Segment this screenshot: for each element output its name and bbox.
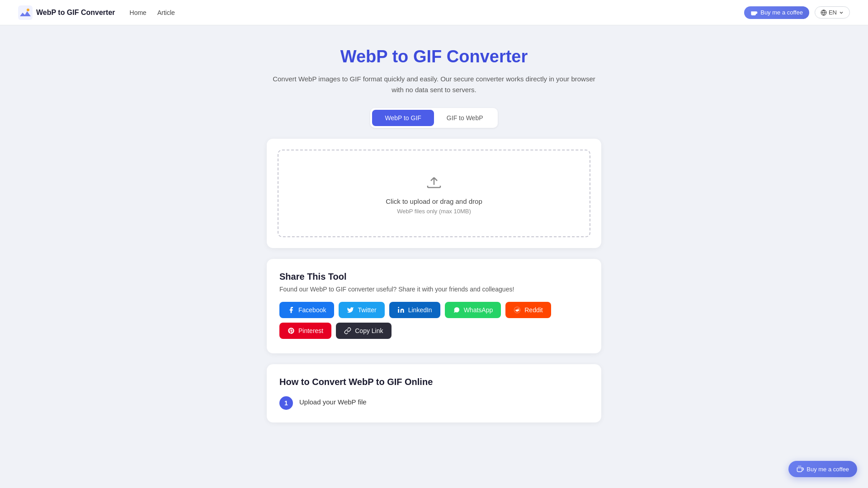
logo-text: WebP to GIF Converter <box>36 9 115 17</box>
svg-rect-4 <box>398 309 399 313</box>
hero-title: WebP to GIF Converter <box>267 47 601 66</box>
whatsapp-label: WhatsApp <box>464 306 493 314</box>
share-whatsapp-button[interactable]: WhatsApp <box>445 302 501 318</box>
buy-coffee-button[interactable]: Buy me a coffee <box>744 6 809 19</box>
step-1-number: 1 <box>279 396 293 410</box>
twitter-icon <box>347 306 354 314</box>
share-linkedin-button[interactable]: LinkedIn <box>389 302 440 318</box>
copy-link-icon <box>344 327 351 334</box>
share-card: Share This Tool Found our WebP to GIF co… <box>267 259 601 353</box>
nav-link-article[interactable]: Article <box>157 9 175 16</box>
share-facebook-button[interactable]: Facebook <box>279 302 334 318</box>
upload-dropzone[interactable]: Click to upload or drag and drop WebP fi… <box>278 150 590 237</box>
globe-icon <box>821 9 827 16</box>
nav-links: Home Article <box>130 9 175 16</box>
navbar: WebP to GIF Converter Home Article Buy m… <box>0 0 868 25</box>
howto-step-1: 1 Upload your WebP file <box>279 396 589 410</box>
facebook-icon <box>288 306 295 314</box>
navbar-right: Buy me a coffee EN <box>744 6 850 19</box>
nav-link-home[interactable]: Home <box>130 9 146 16</box>
svg-rect-0 <box>18 5 33 20</box>
logo-icon <box>18 5 33 20</box>
howto-card: How to Convert WebP to GIF Online 1 Uplo… <box>267 364 601 422</box>
pinterest-label: Pinterest <box>298 327 323 334</box>
lang-label: EN <box>829 9 837 16</box>
upload-icon <box>425 172 443 190</box>
step-1-text: Upload your WebP file <box>299 396 367 406</box>
language-button[interactable]: EN <box>815 6 850 19</box>
share-description: Found our WebP to GIF converter useful? … <box>279 286 589 293</box>
upload-main-text: Click to upload or drag and drop <box>288 197 580 205</box>
whatsapp-icon <box>453 306 460 314</box>
chevron-down-icon <box>839 10 844 15</box>
tabs-container: WebP to GIF GIF to WebP <box>267 108 601 128</box>
tab-webp-to-gif[interactable]: WebP to GIF <box>372 110 434 126</box>
buy-coffee-label: Buy me a coffee <box>760 9 803 16</box>
linkedin-label: LinkedIn <box>408 306 432 314</box>
share-reddit-button[interactable]: Reddit <box>505 302 551 318</box>
navbar-left: WebP to GIF Converter Home Article <box>18 5 175 20</box>
main-content: WebP to GIF Converter Convert WebP image… <box>258 25 610 441</box>
upload-card: Click to upload or drag and drop WebP fi… <box>267 139 601 248</box>
reddit-icon <box>514 306 521 314</box>
pinterest-icon <box>288 327 295 334</box>
twitter-label: Twitter <box>358 306 376 314</box>
tabs-wrapper: WebP to GIF GIF to WebP <box>370 108 497 128</box>
facebook-label: Facebook <box>298 306 326 314</box>
hero-description: Convert WebP images to GIF format quickl… <box>267 74 601 95</box>
linkedin-icon <box>397 306 405 314</box>
share-copylink-button[interactable]: Copy Link <box>336 323 391 339</box>
svg-point-5 <box>398 307 399 308</box>
copylink-label: Copy Link <box>355 327 383 334</box>
upload-sub-text: WebP files only (max 10MB) <box>288 208 580 215</box>
tab-gif-to-webp[interactable]: GIF to WebP <box>434 110 496 126</box>
share-pinterest-button[interactable]: Pinterest <box>279 323 331 339</box>
reddit-label: Reddit <box>524 306 542 314</box>
share-buttons: Facebook Twitter LinkedIn <box>279 302 589 339</box>
share-twitter-button[interactable]: Twitter <box>339 302 384 318</box>
svg-point-1 <box>27 9 29 11</box>
logo-area: WebP to GIF Converter <box>18 5 115 20</box>
coffee-icon <box>750 9 758 16</box>
howto-title: How to Convert WebP to GIF Online <box>279 377 589 387</box>
share-title: Share This Tool <box>279 272 589 282</box>
